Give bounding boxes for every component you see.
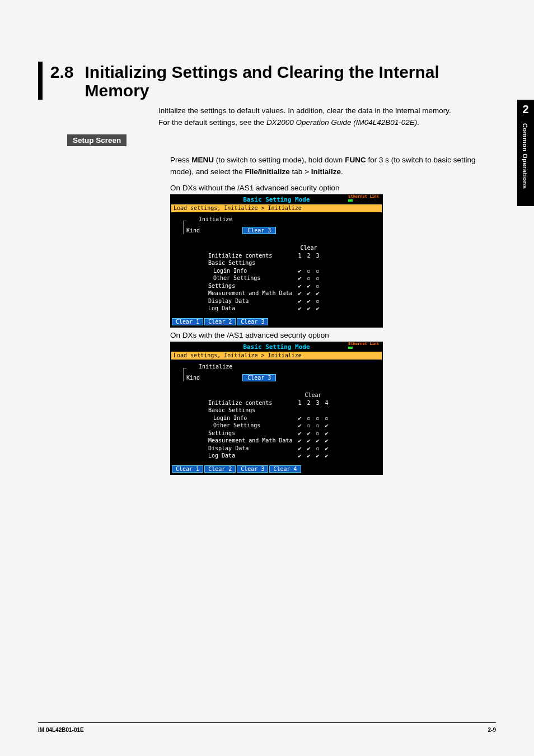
- tab-name: File/Initialize: [245, 167, 290, 176]
- col-head-2: Clear: [296, 391, 331, 399]
- r4: Display Data: [205, 297, 296, 305]
- softkey-clear1[interactable]: Clear 1: [172, 318, 203, 325]
- kind-label: Kind: [186, 227, 200, 234]
- init-contents-2: Clear Initialize contents 1 2 3 4 Basic …: [205, 391, 331, 460]
- section-mark: [38, 62, 43, 100]
- head2: Basic Settings: [205, 259, 296, 267]
- kind-value[interactable]: Clear 3: [242, 227, 276, 234]
- screen-title-text: Basic Setting Mode: [243, 196, 310, 203]
- breadcrumb-2: Load settings, Initialize > Initialize: [171, 351, 382, 360]
- r5: Log Data: [205, 305, 296, 312]
- c1b: 1: [296, 399, 305, 407]
- ethernet-indicator: Ethernet Link: [348, 195, 379, 202]
- chapter-tab: 2 Common Operations: [517, 100, 534, 206]
- intro-paragraph: Initialize the settings to default value…: [158, 105, 496, 129]
- footer-rule: [38, 722, 496, 723]
- r5b: Log Data: [205, 452, 296, 460]
- screenshot-1: Basic Setting Mode Ethernet Link Load se…: [170, 194, 383, 328]
- softkey-clear1b[interactable]: Clear 1: [172, 465, 203, 473]
- eth-text-2: Ethernet Link: [348, 342, 379, 346]
- section-number: 2.8: [50, 62, 74, 81]
- eth-led-icon-2: [348, 347, 353, 349]
- section-title: Initializing Settings and Clearing the I…: [85, 62, 496, 100]
- softkey-clear2[interactable]: Clear 2: [204, 318, 236, 325]
- section-heading: 2.8 Initializing Settings and Clearing t…: [38, 62, 496, 100]
- intro-doc-ref: DX2000 Operation Guide (IM04L42B01-02E): [266, 118, 417, 127]
- c3b: 3: [313, 399, 322, 407]
- kind-value-2[interactable]: Clear 3: [242, 374, 276, 381]
- t-d: tab >: [290, 167, 311, 176]
- screen-title-text-2: Basic Setting Mode: [243, 343, 310, 351]
- group-label: Initialize: [199, 216, 232, 222]
- softkey-clear3[interactable]: Clear 3: [237, 318, 268, 325]
- screen-title-2: Basic Setting Mode Ethernet Link: [171, 342, 382, 351]
- eth-led-icon: [348, 199, 353, 202]
- col-head: Clear: [296, 244, 322, 252]
- r4b: Display Data: [205, 445, 296, 452]
- r1: Other Settings: [205, 274, 296, 282]
- r0: Login Info: [205, 267, 296, 275]
- softkeys-1: Clear 1 Clear 2 Clear 3: [171, 316, 382, 327]
- footer-page: 2-9: [488, 727, 496, 733]
- r3: Measurement and Math Data: [205, 290, 296, 297]
- caption-with-as1: On DXs with the /AS1 advanced security o…: [170, 331, 496, 339]
- r1b: Other Settings: [205, 422, 296, 430]
- c1: 1: [296, 252, 305, 260]
- breadcrumb-1: Load settings, Initialize > Initialize: [171, 204, 382, 213]
- r3b: Measurement and Math Data: [205, 437, 296, 445]
- caption-no-as1: On DXs without the /AS1 advanced securit…: [170, 184, 496, 192]
- r0b: Login Info: [205, 414, 296, 422]
- kind-label-2: Kind: [186, 375, 200, 381]
- eth-text: Ethernet Link: [348, 194, 379, 199]
- softkey-clear4b[interactable]: Clear 4: [269, 465, 301, 473]
- c2: 2: [305, 252, 313, 260]
- instruction-text: Press MENU (to switch to setting mode), …: [170, 154, 496, 178]
- screen-title-1: Basic Setting Mode Ethernet Link: [171, 195, 382, 204]
- softkey-clear3b[interactable]: Clear 3: [237, 465, 268, 473]
- chapter-number: 2: [517, 100, 534, 116]
- key-menu: MENU: [191, 156, 214, 164]
- t-a: Press: [170, 156, 191, 164]
- kind-row: Kind Clear 3: [186, 227, 276, 234]
- footer-docid: IM 04L42B01-01E: [38, 727, 84, 733]
- c3: 3: [313, 252, 322, 260]
- intro-line2a: For the default settings, see the: [158, 118, 266, 127]
- intro-line1: Initialize the settings to default value…: [158, 106, 451, 115]
- intro-line2b: .: [417, 118, 419, 127]
- head1-2: Initialize contents: [205, 399, 296, 407]
- setup-screen-label: Setup Screen: [67, 134, 127, 146]
- head2-2: Basic Settings: [205, 407, 296, 414]
- c4b: 4: [322, 399, 331, 407]
- t-b: (to switch to setting mode), hold down: [214, 156, 345, 164]
- chapter-title: Common Operations: [522, 123, 528, 189]
- group-label-2: Initialize: [199, 363, 232, 370]
- t-e: .: [341, 167, 343, 176]
- c2b: 2: [305, 399, 313, 407]
- r2b: Settings: [205, 430, 296, 437]
- ethernet-indicator-2: Ethernet Link: [348, 342, 379, 349]
- item-name: Initialize: [311, 167, 341, 176]
- key-func: FUNC: [345, 156, 366, 164]
- head1: Initialize contents: [205, 252, 296, 260]
- kind-row-2: Kind Clear 3: [186, 374, 276, 381]
- r2: Settings: [205, 282, 296, 290]
- softkeys-2: Clear 1 Clear 2 Clear 3 Clear 4: [171, 464, 382, 474]
- softkey-clear2b[interactable]: Clear 2: [204, 465, 236, 473]
- init-contents-1: Clear Initialize contents 1 2 3 Basic Se…: [205, 244, 322, 312]
- screenshot-2: Basic Setting Mode Ethernet Link Load se…: [170, 342, 383, 475]
